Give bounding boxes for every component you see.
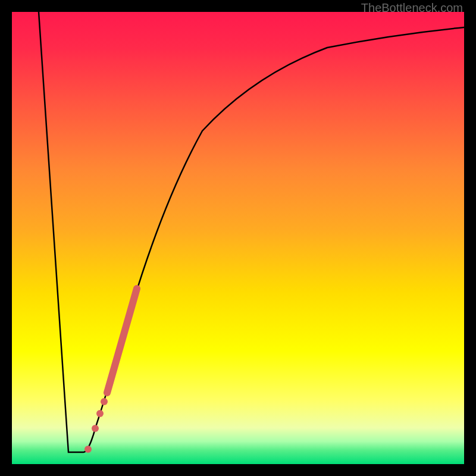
highlight-segment [107,289,137,393]
plot-area [12,12,464,464]
chart-container: TheBottleneck.com [0,0,476,476]
highlight-dot [84,446,92,453]
bottleneck-curve-svg [12,12,464,464]
main-curve [39,12,464,452]
highlight-dot [96,410,104,417]
watermark-text: TheBottleneck.com [361,1,463,15]
highlight-dot [101,398,108,405]
highlight-dot [92,425,99,432]
